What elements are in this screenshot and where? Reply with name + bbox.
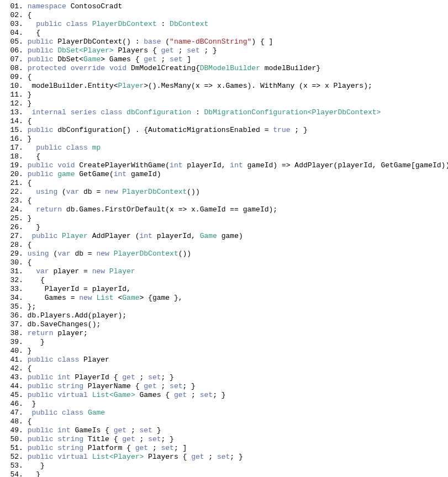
line-dot: . [19,250,23,258]
code-token: public [28,55,54,63]
line-dot: . [19,347,23,355]
code-line: 38. return player; [3,329,448,338]
line-dot: . [19,29,23,37]
code-token: public [31,232,57,240]
line-number: 07 [3,55,19,64]
code-token: Game [83,55,101,63]
code-token [66,108,71,116]
line-number: 19 [3,161,19,170]
line-dot: . [19,320,23,328]
code-token [62,144,66,152]
code-line: 35. }; [3,303,448,311]
code-token: class [66,144,88,152]
code-token: set [170,55,182,63]
code-token: Player [62,232,88,240]
line-dot: . [19,55,23,63]
code-token: } [152,426,161,434]
code-token: PlayerId = playerId, [23,285,131,293]
code-token: public [28,444,54,452]
code-token: string [57,435,83,443]
code-token [23,161,28,169]
code-token: new [96,250,109,258]
line-number: 51 [3,444,19,453]
code-token: } [23,338,45,346]
line-dot: . [19,99,23,108]
line-dot: . [19,426,23,434]
code-token: playerId, [152,232,200,240]
code-token [23,188,36,196]
code-token: { [23,179,32,187]
code-token: public [31,409,57,417]
code-line: 47. public class Game [3,409,448,417]
code-token: ; [187,391,199,399]
line-dot: . [19,223,23,231]
line-dot: . [19,303,23,311]
line-number: 30 [3,258,19,267]
code-token [23,435,28,443]
code-token: playerId, [183,161,230,169]
line-dot: . [19,170,23,178]
line-dot: . [19,400,23,408]
code-token [23,444,28,452]
code-token [57,232,62,240]
code-token: } [23,223,40,231]
code-token [23,126,28,134]
code-line: 43. public int PlayerId { get ; set; } [3,373,448,382]
line-number: 25 [3,214,19,223]
code-token [23,144,36,152]
code-token: get [114,426,127,434]
code-token: } [23,400,36,408]
code-token: public [28,435,54,443]
code-line: 42. { [3,364,448,373]
line-number: 11 [3,91,19,99]
code-token: : [191,108,204,116]
code-token: { [23,11,32,19]
code-token: Game [88,409,105,417]
line-number: 43 [3,373,19,382]
code-token: using [28,250,49,258]
code-token: return [36,205,62,214]
code-token: PlayerDbContext [114,250,178,258]
code-token [23,356,28,364]
line-number: 24 [3,205,19,214]
code-token: } [23,99,32,108]
code-token: < [114,294,123,302]
code-token: set [217,453,230,461]
code-token: CreatePlayerWithGame( [75,161,170,169]
code-line: 26. } [3,223,448,232]
code-line: 41. public class Player [3,356,448,364]
code-token: set [170,382,182,390]
code-token [23,329,28,337]
code-line: 11. } [3,91,448,99]
code-token: get [144,382,156,390]
line-dot: . [19,11,23,19]
code-token: } [23,470,40,477]
code-token: > {game }, [140,294,183,302]
code-token: public [36,144,62,152]
code-token [62,20,66,28]
line-number: 44 [3,382,19,391]
line-number: 33 [3,285,19,294]
line-dot: . [19,179,23,187]
code-token: ; [157,55,170,63]
code-token: List [96,294,113,302]
code-token: game [57,170,75,178]
code-line: 39. } [3,338,448,347]
line-dot: . [19,205,23,214]
line-number: 21 [3,179,19,188]
code-token: virtual [57,453,88,461]
code-token: { [23,152,40,161]
code-line: 46. } [3,400,448,409]
line-dot: . [19,356,23,364]
line-dot: . [19,38,23,46]
code-token: db.Games.FirstOrDefault(x => x.GameId ==… [62,205,277,214]
line-number: 26 [3,223,19,232]
line-number: 27 [3,232,19,241]
line-dot: . [19,364,23,373]
code-token: DbSet< [53,55,83,63]
code-line: 32. { [3,276,448,285]
code-token: public [28,426,54,434]
code-token: set [161,444,174,452]
code-token: public [28,46,54,55]
line-dot: . [19,2,23,10]
